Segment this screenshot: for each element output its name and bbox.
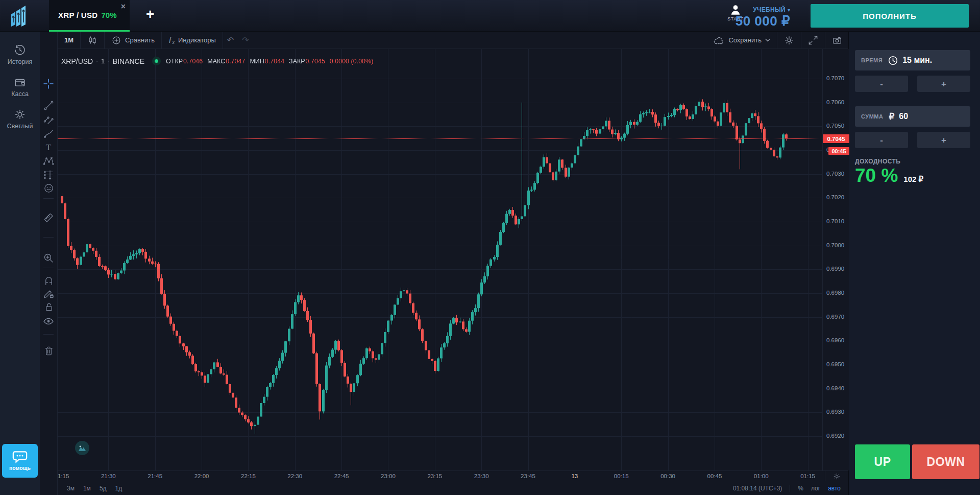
emoji-icon: [43, 183, 54, 194]
mountains-icon: [78, 445, 86, 452]
y-axis-label: 0.6950: [826, 361, 844, 367]
snapshot-button[interactable]: [825, 32, 849, 49]
up-button[interactable]: UP: [855, 444, 910, 479]
payout-percent: 70 %: [855, 165, 898, 186]
range-button-3м[interactable]: 3м: [67, 485, 75, 492]
expiry-increase-button[interactable]: +: [917, 76, 970, 92]
divider: [43, 237, 54, 238]
sidebar-item-cashier[interactable]: Касса: [11, 76, 29, 98]
redo-button[interactable]: ↷: [238, 32, 253, 49]
sun-icon: [14, 108, 26, 121]
tool-lock-all[interactable]: [43, 301, 54, 312]
close-icon[interactable]: ×: [121, 3, 126, 11]
account-switcher[interactable]: УЧЕБНЫЙ▾ 50 000 ₽: [736, 5, 790, 29]
logo-icon[interactable]: [8, 5, 29, 27]
tool-drawing-lock[interactable]: [43, 288, 54, 299]
x-axis-label: 21:15: [58, 473, 69, 479]
auto-scale-button[interactable]: авто: [828, 485, 841, 492]
log-scale-button[interactable]: лог: [811, 485, 820, 492]
chart-settings-button[interactable]: [777, 32, 801, 49]
down-button[interactable]: DOWN: [912, 444, 979, 479]
text-tool-icon: T: [46, 143, 51, 152]
undo-button[interactable]: ↶: [223, 32, 238, 49]
amount-decrease-button[interactable]: -: [855, 132, 908, 148]
caret-down-icon: ▾: [788, 7, 790, 13]
tab-payout: 70%: [101, 11, 116, 19]
forecast-icon: [43, 170, 54, 180]
amount-increase-button[interactable]: +: [917, 132, 970, 148]
indicators-button[interactable]: ƒx Индикаторы: [162, 32, 223, 49]
tool-text[interactable]: T: [43, 142, 54, 153]
amount-field[interactable]: СУММА ₽ 60: [855, 106, 970, 127]
divider: [43, 198, 54, 199]
deposit-button[interactable]: ПОПОЛНИТЬ: [811, 4, 969, 28]
fullscreen-button[interactable]: [801, 32, 825, 49]
help-button[interactable]: помощь: [2, 444, 38, 478]
percent-scale-button[interactable]: %: [798, 485, 803, 492]
divider: [43, 268, 54, 268]
range-button-1м[interactable]: 1м: [83, 485, 91, 492]
expiry-decrease-button[interactable]: -: [855, 76, 908, 92]
range-buttons: 3м1м5д1д: [58, 485, 122, 492]
x-axis-label: 22:15: [241, 473, 256, 479]
market-status-icon[interactable]: [152, 57, 161, 65]
tool-crosshair[interactable]: [43, 78, 54, 89]
sidebar-item-history[interactable]: История: [8, 44, 32, 65]
tab-symbol: XRP / USD: [58, 11, 97, 19]
candles-icon: [87, 35, 97, 45]
pencil-lock-icon: [43, 288, 54, 299]
tool-forecast[interactable]: [43, 169, 54, 180]
clock-label[interactable]: 01:08:14 (UTC+3): [733, 485, 782, 492]
interval-button[interactable]: 1М: [58, 32, 80, 49]
x-axis-label: 00:30: [660, 473, 675, 479]
tool-ruler[interactable]: [43, 212, 54, 223]
sidebar-item-label: Касса: [11, 90, 29, 98]
legend-change: 0.0000 (0.00%): [330, 58, 373, 65]
payout-row: 70 % 102 ₽: [855, 165, 923, 186]
lock-icon: [43, 301, 54, 312]
tool-fibonacci[interactable]: [43, 114, 54, 125]
compare-label: Сравнить: [125, 36, 155, 44]
x-axis-label: 21:30: [101, 473, 116, 479]
indicators-label: Индикаторы: [178, 36, 216, 44]
tool-trendline[interactable]: [43, 100, 54, 111]
x-axis-label: 01:00: [754, 473, 769, 479]
tool-zoom-in[interactable]: [43, 252, 54, 264]
sidebar-item-label: Светлый: [7, 123, 33, 130]
compare-button[interactable]: Сравнить: [105, 32, 161, 49]
trash-icon: [43, 345, 54, 356]
y-axis-label: 0.6920: [826, 433, 844, 439]
add-tab-button[interactable]: +: [146, 7, 154, 21]
history-icon: [14, 44, 26, 56]
eye-icon: [43, 316, 54, 327]
expiry-field[interactable]: ВРЕМЯ 15 мин.: [855, 50, 970, 70]
brush-icon: [43, 128, 54, 139]
chart-type-button[interactable]: [81, 32, 104, 49]
axis-settings-icon[interactable]: [833, 473, 841, 480]
balance-value: 50 000 ₽: [736, 14, 790, 29]
range-button-1д[interactable]: 1д: [115, 485, 122, 492]
y-axis-label: 0.6980: [826, 290, 844, 296]
fibonacci-icon: [43, 114, 54, 125]
time-axis[interactable]: 21:1521:3021:4522:0022:1522:3022:4523:00…: [58, 470, 849, 481]
save-layout-button[interactable]: Сохранить: [706, 32, 777, 49]
plot-region: XRP/USD · 1 · BINANCE ОТКР0.7046 МАКС0.7…: [58, 49, 849, 470]
asset-tab[interactable]: XRP / USD 70% ×: [49, 0, 130, 32]
range-button-5д[interactable]: 5д: [100, 485, 107, 492]
tool-brush[interactable]: [43, 128, 54, 139]
price-axis[interactable]: 0.7045 00:45 0.70700.70600.70500.70400.7…: [822, 49, 849, 470]
tool-remove-all[interactable]: [43, 345, 54, 356]
x-axis-label: 00:45: [707, 473, 722, 479]
tool-pattern[interactable]: [43, 155, 54, 167]
tool-hide-all[interactable]: [43, 316, 54, 327]
tool-emoji[interactable]: [43, 182, 54, 194]
sidebar-item-theme[interactable]: Светлый: [7, 108, 33, 130]
indicators-icon: ƒx: [168, 35, 175, 45]
candlestick-canvas[interactable]: [58, 49, 822, 470]
trade-panel: ВРЕМЯ 15 мин. - + СУММА ₽ 60 - + ДОХОДНО…: [848, 32, 980, 495]
x-axis-label: 21:45: [148, 473, 162, 479]
chart-logo-button[interactable]: [75, 441, 89, 455]
y-axis-label: 0.7050: [826, 123, 844, 129]
tool-magnet[interactable]: [43, 275, 54, 286]
divider: [43, 334, 54, 335]
